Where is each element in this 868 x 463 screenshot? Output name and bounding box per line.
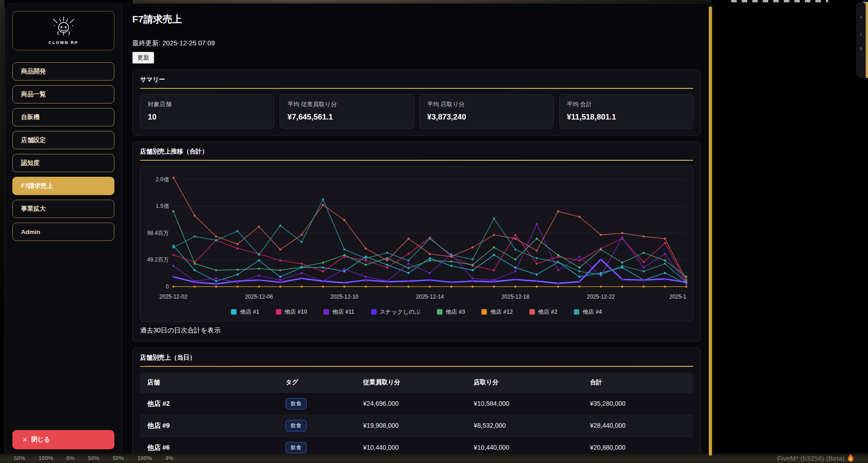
data-point — [578, 276, 581, 278]
hud-percentage: 50% — [88, 455, 99, 462]
hud-percentage: 50% — [14, 455, 25, 462]
legend-label: 他店 #1 — [240, 308, 259, 316]
sidebar-item[interactable]: 商品一覧 — [12, 85, 114, 103]
legend-item[interactable]: 他店 #1 — [231, 308, 259, 316]
data-point — [578, 256, 581, 258]
data-point — [600, 258, 602, 261]
close-button[interactable]: ✕ 閉じる — [12, 430, 114, 449]
hud-percentage: 100% — [38, 455, 53, 462]
data-point — [493, 281, 495, 283]
plus-icon: ＋ — [859, 14, 863, 20]
data-point — [493, 285, 495, 288]
table-column-header: 合計 — [582, 372, 693, 392]
table-body: 他店 #2飲食¥24,696,000¥10,584,000¥35,280,000… — [140, 392, 693, 458]
data-point — [322, 198, 324, 201]
sidebar-item[interactable]: 認知度 — [12, 154, 114, 172]
data-point — [194, 215, 196, 217]
summary-stat-card: 平均 従業員取り分¥7,645,561.1 — [280, 94, 414, 129]
data-point — [493, 269, 495, 272]
total-cell: ¥35,280,000 — [582, 392, 693, 414]
legend-item[interactable]: 他店 #12 — [481, 308, 512, 316]
data-point — [664, 285, 666, 288]
legend-swatch — [231, 309, 237, 315]
legend-item[interactable]: 他店 #10 — [276, 308, 307, 316]
data-point — [536, 223, 538, 225]
data-point — [621, 236, 623, 239]
data-point — [471, 278, 474, 280]
legend-item[interactable]: スナックしのぶ — [371, 308, 421, 316]
data-point — [343, 254, 345, 256]
sidebar-item[interactable]: Admin — [12, 223, 114, 241]
scrollbar-thumb[interactable] — [709, 6, 712, 456]
data-point — [322, 204, 324, 206]
data-point — [258, 226, 260, 228]
legend-item[interactable]: 他店 #11 — [323, 308, 354, 316]
gold-divider — [140, 160, 693, 161]
data-point — [407, 272, 410, 274]
data-point — [194, 262, 196, 265]
legend-label: 他店 #10 — [285, 308, 307, 316]
legend-item[interactable]: 他店 #2 — [529, 308, 557, 316]
data-point — [365, 247, 367, 250]
data-point — [386, 259, 388, 261]
question-icon: ? — [860, 47, 863, 52]
sidebar-item-label: 自販機 — [21, 113, 40, 121]
sidebar-item[interactable]: 店舗設定 — [12, 131, 114, 149]
y-axis-tick-label: 49.2百万 — [147, 256, 169, 263]
data-point — [322, 267, 324, 269]
gold-divider — [140, 88, 693, 89]
data-point — [279, 269, 281, 272]
table-column-header: 店舗 — [140, 372, 278, 392]
refresh-button[interactable]: 更新 — [132, 52, 154, 64]
data-point — [343, 219, 345, 221]
tag-cell: 飲食 — [278, 414, 356, 436]
data-point — [429, 253, 431, 255]
y-axis-tick-label: 1.5億 — [156, 203, 169, 209]
data-point — [173, 177, 175, 179]
data-point — [301, 234, 303, 236]
data-point — [407, 238, 410, 240]
data-point — [514, 238, 517, 240]
sidebar-item-active[interactable]: F7請求売上 — [12, 177, 114, 195]
data-point — [322, 285, 324, 288]
data-point — [578, 259, 581, 261]
table-row: 他店 #2飲食¥24,696,000¥10,584,000¥35,280,000 — [140, 392, 693, 414]
tag-badge: 飲食 — [286, 442, 307, 453]
data-point — [514, 249, 517, 251]
data-point — [600, 234, 602, 236]
legend-item[interactable]: 他店 #3 — [437, 308, 465, 316]
x-axis-tick-label: 2025-12-10 — [330, 294, 359, 300]
data-point — [685, 285, 688, 288]
sidebar-item[interactable]: 自販機 — [12, 108, 114, 126]
data-point — [664, 238, 666, 240]
tag-badge: 飲食 — [286, 398, 307, 409]
data-point — [664, 272, 666, 274]
legend-item[interactable]: 他店 #4 — [574, 308, 602, 316]
series-line — [173, 200, 686, 283]
daily-sales-table: 店舗タグ従業員取り分店取り分合計 他店 #2飲食¥24,696,000¥10,5… — [140, 372, 693, 458]
data-point — [301, 278, 303, 280]
data-point — [642, 279, 645, 281]
legend-swatch — [371, 309, 377, 315]
data-point — [493, 218, 495, 220]
legend-swatch — [481, 309, 487, 315]
store-share-cell: ¥8,532,000 — [466, 414, 582, 436]
data-point — [450, 285, 453, 288]
data-point — [493, 254, 495, 256]
sidebar-item[interactable]: 商品開発 — [12, 62, 114, 81]
data-point — [471, 269, 474, 272]
sales-trend-chart: 049.2百万98.4百万1.5億2.0億2025-12-022025-12-0… — [140, 166, 693, 321]
data-point — [600, 249, 602, 251]
data-point — [215, 269, 217, 272]
data-point — [386, 252, 388, 254]
sidebar-item-label: Admin — [21, 229, 40, 235]
data-point — [301, 241, 303, 243]
top-clipped-text-strip — [731, 0, 828, 2]
logo-card: CLOWN RP — [12, 11, 114, 50]
clown-logo — [52, 16, 75, 39]
data-point — [386, 281, 388, 283]
data-point — [258, 275, 260, 277]
data-point — [493, 246, 495, 249]
data-point — [493, 234, 495, 236]
sidebar-item[interactable]: 事業拡大 — [12, 200, 114, 218]
